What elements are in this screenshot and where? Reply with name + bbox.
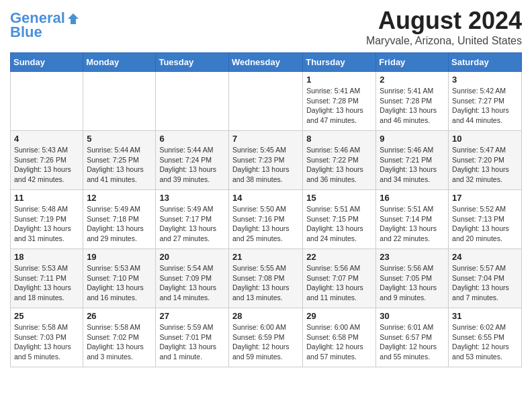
day-info: Sunrise: 5:47 AM Sunset: 7:20 PM Dayligh… [452,145,518,185]
day-info: Sunrise: 5:49 AM Sunset: 7:17 PM Dayligh… [159,204,225,244]
day-number: 23 [380,252,445,262]
day-cell: 1Sunrise: 5:41 AM Sunset: 7:28 PM Daylig… [303,72,376,131]
day-cell: 10Sunrise: 5:47 AM Sunset: 7:20 PM Dayli… [449,131,522,190]
day-number: 17 [452,193,518,203]
day-number: 30 [380,311,445,321]
day-number: 29 [306,311,372,321]
day-info: Sunrise: 5:44 AM Sunset: 7:25 PM Dayligh… [87,145,152,185]
day-info: Sunrise: 5:58 AM Sunset: 7:03 PM Dayligh… [14,322,79,362]
day-number: 5 [87,134,152,144]
weekday-header-tuesday: Tuesday [156,53,229,72]
day-cell: 12Sunrise: 5:49 AM Sunset: 7:18 PM Dayli… [83,190,156,249]
day-cell: 25Sunrise: 5:58 AM Sunset: 7:03 PM Dayli… [11,308,83,367]
week-row-5: 25Sunrise: 5:58 AM Sunset: 7:03 PM Dayli… [11,308,522,367]
day-cell: 27Sunrise: 5:59 AM Sunset: 7:01 PM Dayli… [156,308,229,367]
day-cell: 4Sunrise: 5:43 AM Sunset: 7:26 PM Daylig… [11,131,83,190]
day-cell: 16Sunrise: 5:51 AM Sunset: 7:14 PM Dayli… [376,190,449,249]
day-number: 1 [306,75,372,85]
day-cell [83,72,156,131]
day-info: Sunrise: 5:56 AM Sunset: 7:05 PM Dayligh… [380,263,445,303]
day-number: 31 [452,311,518,321]
week-row-3: 11Sunrise: 5:48 AM Sunset: 7:19 PM Dayli… [11,190,522,249]
day-number: 18 [14,252,79,262]
day-cell [11,72,83,131]
day-number: 15 [306,193,372,203]
day-info: Sunrise: 5:51 AM Sunset: 7:14 PM Dayligh… [380,204,445,244]
header: General Blue August 2024 Maryvale, Arizo… [10,7,522,47]
day-cell: 6Sunrise: 5:44 AM Sunset: 7:24 PM Daylig… [156,131,229,190]
day-number: 11 [14,193,79,203]
week-row-2: 4Sunrise: 5:43 AM Sunset: 7:26 PM Daylig… [11,131,522,190]
day-number: 16 [380,193,445,203]
day-cell: 31Sunrise: 6:02 AM Sunset: 6:55 PM Dayli… [449,308,522,367]
day-info: Sunrise: 5:52 AM Sunset: 7:13 PM Dayligh… [452,204,518,244]
day-cell [228,72,302,131]
day-cell: 19Sunrise: 5:53 AM Sunset: 7:10 PM Dayli… [83,249,156,308]
day-cell: 26Sunrise: 5:58 AM Sunset: 7:02 PM Dayli… [83,308,156,367]
day-number: 24 [452,252,518,262]
day-info: Sunrise: 5:53 AM Sunset: 7:11 PM Dayligh… [14,263,79,303]
day-cell: 7Sunrise: 5:45 AM Sunset: 7:23 PM Daylig… [228,131,302,190]
week-row-1: 1Sunrise: 5:41 AM Sunset: 7:28 PM Daylig… [11,72,522,131]
day-info: Sunrise: 5:57 AM Sunset: 7:04 PM Dayligh… [452,263,518,303]
day-info: Sunrise: 5:46 AM Sunset: 7:22 PM Dayligh… [306,145,372,185]
weekday-header-monday: Monday [83,53,156,72]
day-number: 4 [14,134,79,144]
day-info: Sunrise: 6:00 AM Sunset: 6:59 PM Dayligh… [232,322,299,362]
day-info: Sunrise: 5:56 AM Sunset: 7:07 PM Dayligh… [306,263,372,303]
day-cell: 8Sunrise: 5:46 AM Sunset: 7:22 PM Daylig… [303,131,376,190]
day-cell: 29Sunrise: 6:00 AM Sunset: 6:58 PM Dayli… [303,308,376,367]
logo: General Blue [10,10,80,41]
weekday-header-thursday: Thursday [303,53,376,72]
day-info: Sunrise: 6:00 AM Sunset: 6:58 PM Dayligh… [306,322,372,362]
day-info: Sunrise: 5:44 AM Sunset: 7:24 PM Dayligh… [159,145,225,185]
day-number: 27 [159,311,225,321]
weekday-header-sunday: Sunday [11,53,83,72]
day-number: 20 [159,252,225,262]
day-info: Sunrise: 5:53 AM Sunset: 7:10 PM Dayligh… [87,263,152,303]
day-number: 14 [232,193,299,203]
day-cell: 28Sunrise: 6:00 AM Sunset: 6:59 PM Dayli… [228,308,302,367]
day-cell: 24Sunrise: 5:57 AM Sunset: 7:04 PM Dayli… [449,249,522,308]
day-number: 10 [452,134,518,144]
day-cell [156,72,229,131]
day-cell: 21Sunrise: 5:55 AM Sunset: 7:08 PM Dayli… [228,249,302,308]
day-number: 3 [452,75,518,85]
svg-marker-0 [68,13,79,24]
day-info: Sunrise: 5:58 AM Sunset: 7:02 PM Dayligh… [87,322,152,362]
subtitle: Maryvale, Arizona, United States [366,35,522,47]
day-cell: 15Sunrise: 5:51 AM Sunset: 7:15 PM Dayli… [303,190,376,249]
day-info: Sunrise: 5:54 AM Sunset: 7:09 PM Dayligh… [159,263,225,303]
day-number: 9 [380,134,445,144]
day-cell: 18Sunrise: 5:53 AM Sunset: 7:11 PM Dayli… [11,249,83,308]
day-cell: 13Sunrise: 5:49 AM Sunset: 7:17 PM Dayli… [156,190,229,249]
weekday-header-row: SundayMondayTuesdayWednesdayThursdayFrid… [11,53,522,72]
day-cell: 23Sunrise: 5:56 AM Sunset: 7:05 PM Dayli… [376,249,449,308]
day-info: Sunrise: 5:59 AM Sunset: 7:01 PM Dayligh… [159,322,225,362]
day-number: 2 [380,75,445,85]
day-info: Sunrise: 6:01 AM Sunset: 6:57 PM Dayligh… [380,322,445,362]
day-cell: 14Sunrise: 5:50 AM Sunset: 7:16 PM Dayli… [228,190,302,249]
day-cell: 3Sunrise: 5:42 AM Sunset: 7:27 PM Daylig… [449,72,522,131]
day-cell: 11Sunrise: 5:48 AM Sunset: 7:19 PM Dayli… [11,190,83,249]
day-info: Sunrise: 5:43 AM Sunset: 7:26 PM Dayligh… [14,145,79,185]
main-title: August 2024 [366,7,522,35]
day-number: 28 [232,311,299,321]
day-info: Sunrise: 5:45 AM Sunset: 7:23 PM Dayligh… [232,145,299,185]
weekday-header-saturday: Saturday [449,53,522,72]
day-info: Sunrise: 5:49 AM Sunset: 7:18 PM Dayligh… [87,204,152,244]
day-info: Sunrise: 5:50 AM Sunset: 7:16 PM Dayligh… [232,204,299,244]
day-number: 12 [87,193,152,203]
day-cell: 2Sunrise: 5:41 AM Sunset: 7:28 PM Daylig… [376,72,449,131]
day-info: Sunrise: 5:48 AM Sunset: 7:19 PM Dayligh… [14,204,79,244]
weekday-header-wednesday: Wednesday [228,53,302,72]
day-number: 19 [87,252,152,262]
day-number: 8 [306,134,372,144]
week-row-4: 18Sunrise: 5:53 AM Sunset: 7:11 PM Dayli… [11,249,522,308]
day-info: Sunrise: 6:02 AM Sunset: 6:55 PM Dayligh… [452,322,518,362]
day-cell: 22Sunrise: 5:56 AM Sunset: 7:07 PM Dayli… [303,249,376,308]
title-section: August 2024 Maryvale, Arizona, United St… [366,7,522,47]
day-cell: 17Sunrise: 5:52 AM Sunset: 7:13 PM Dayli… [449,190,522,249]
day-number: 13 [159,193,225,203]
day-number: 21 [232,252,299,262]
